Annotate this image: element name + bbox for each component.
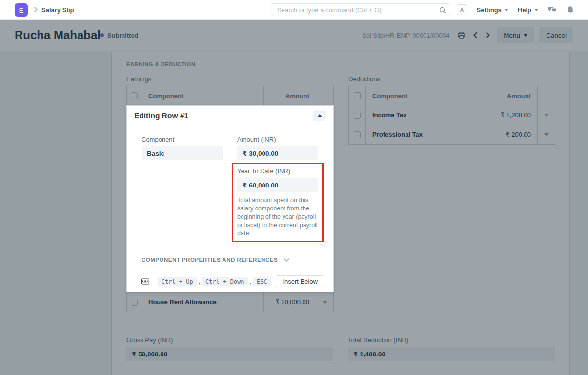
navbar-actions: A Settings Help [457, 0, 574, 20]
menu-button-label: Menu [504, 32, 520, 39]
row-expand-button[interactable] [538, 105, 555, 125]
form-card: EARNING & DEDUCTION Earnings Component A… [111, 52, 570, 375]
ytd-highlight-box: Year To Date (INR) ₹ 60,000.00 Total amo… [232, 163, 324, 242]
ytd-field-input[interactable]: ₹ 60,000.00 [237, 178, 318, 192]
component-field-label: Component [142, 136, 223, 143]
earnings-component-header: Component [142, 86, 264, 105]
earnings-table-header: Component Amount [126, 86, 334, 105]
row-checkbox[interactable] [131, 299, 138, 306]
row-expand-button[interactable] [316, 292, 333, 312]
deductions-label: Deductions [348, 75, 555, 83]
component-properties-label: COMPONENT PROPERTIES AND REFERENCES [142, 257, 278, 263]
chevron-down-icon [534, 9, 538, 11]
dialog-footer: – Ctrl + Up , Ctrl + Down , ESC Insert B… [127, 271, 333, 292]
dialog-header: Editing Row #1 [127, 106, 333, 125]
chevron-down-icon [284, 258, 290, 262]
menu-button[interactable]: Menu [497, 27, 534, 43]
caret-down-icon [544, 114, 549, 117]
shortcut-separator: , [250, 278, 251, 285]
deductions-component-header: Component [366, 86, 485, 105]
app-window: E Salary Slip A Settings Help [0, 0, 588, 375]
total-deduction-label: Total Deduction (INR) [348, 336, 555, 344]
previous-document-icon[interactable] [471, 32, 479, 39]
chevron-down-icon [505, 9, 508, 11]
print-icon[interactable] [456, 31, 466, 39]
amount-column: Amount (INR) ₹ 30,000.00 Year To Date (I… [237, 136, 318, 242]
navbar: E Salary Slip A Settings Help [0, 0, 588, 20]
dialog-title: Editing Row #1 [134, 111, 188, 120]
help-menu[interactable]: Help [518, 6, 538, 14]
table-row-income-tax[interactable]: Income Tax ₹ 1,200.00 [348, 105, 555, 125]
row-amount: ₹ 1,200.00 [485, 105, 538, 125]
section-title: EARNING & DEDUCTION [126, 62, 555, 67]
row-component-name: Income Tax [366, 105, 485, 125]
caret-down-icon [323, 301, 327, 304]
earnings-label: Earnings [126, 75, 334, 83]
component-field-input[interactable]: Basic [142, 146, 223, 160]
settings-menu[interactable]: Settings [477, 6, 508, 14]
caret-down-icon [544, 133, 549, 136]
deductions-amount-header: Amount [485, 86, 538, 105]
status-dot-icon [100, 33, 104, 37]
row-checkbox[interactable] [354, 131, 361, 138]
row-expand-button[interactable] [538, 125, 555, 144]
select-all-checkbox[interactable] [131, 92, 138, 99]
search-input[interactable] [271, 4, 451, 16]
row-component-name: Professional Tax [366, 125, 485, 144]
chevron-down-icon [524, 34, 527, 37]
breadcrumb-chevron-icon [33, 6, 39, 13]
help-label: Help [518, 6, 531, 14]
ytd-field-label: Year To Date (INR) [237, 167, 318, 175]
search-icon[interactable] [439, 6, 446, 14]
component-field: Component Basic [142, 136, 223, 242]
app-logo-letter: E [19, 6, 23, 14]
shortcut-esc: ESC [253, 277, 271, 286]
insert-below-button[interactable]: Insert Below [276, 275, 324, 288]
component-properties-section-toggle[interactable]: COMPONENT PROPERTIES AND REFERENCES [127, 249, 333, 271]
status-label: Submitted [107, 32, 139, 39]
total-deduction-field: Total Deduction (INR) ₹ 1,400.00 [348, 336, 555, 361]
earnings-amount-header: Amount [264, 86, 316, 105]
shortcut-ctrl-up: Ctrl + Up [158, 277, 197, 286]
row-checkbox[interactable] [354, 112, 361, 119]
amount-field-label: Amount (INR) [237, 136, 318, 143]
keyboard-shortcuts: – Ctrl + Up , Ctrl + Down , ESC [141, 277, 271, 286]
avatar[interactable]: A [457, 4, 467, 15]
breadcrumb[interactable]: Salary Slip [41, 0, 74, 20]
deductions-table-header: Component Amount [348, 86, 555, 105]
status-badge: Submitted [100, 32, 139, 39]
deductions-section: Deductions Component Amount Income Tax ₹… [348, 75, 555, 312]
totals-section: Gross Pay (INR) ₹ 50,000.00 Total Deduct… [112, 328, 569, 361]
row-amount: ₹ 20,000.00 [264, 292, 316, 312]
keyboard-icon [141, 278, 149, 285]
row-edit-dialog: Editing Row #1 Component Basic Amount (I… [126, 105, 334, 292]
row-amount: ₹ 200.00 [485, 125, 538, 144]
chat-icon[interactable] [547, 6, 557, 14]
settings-label: Settings [477, 6, 502, 14]
app-logo[interactable]: E [15, 3, 28, 17]
collapse-row-button[interactable] [313, 110, 326, 121]
ytd-field-description: Total amount spent on this salary compon… [237, 196, 318, 238]
triangle-up-icon [317, 114, 322, 117]
select-all-checkbox[interactable] [354, 92, 361, 99]
avatar-letter: A [460, 7, 464, 13]
page-header: Rucha Mahabal Submitted Sal Slip/HR-EMP-… [0, 20, 588, 51]
page-header-actions: Sal Slip/HR-EMP-00001/00004 Menu Cancel [362, 27, 573, 43]
earnings-section: Earnings Component Amount Editing Row #1 [126, 75, 334, 312]
row-component-name: House Rent Allowance [142, 292, 264, 312]
page-title: Rucha Mahabal [15, 28, 101, 42]
amount-field-input[interactable]: ₹ 30,000.00 [237, 146, 318, 160]
cancel-button-label: Cancel [546, 32, 567, 39]
shortcut-separator: , [199, 278, 200, 285]
shortcut-dash: – [153, 278, 156, 285]
next-document-icon[interactable] [484, 32, 492, 39]
notifications-bell-icon[interactable] [567, 6, 574, 14]
global-search [271, 3, 451, 16]
cancel-button[interactable]: Cancel [539, 27, 573, 43]
shortcut-ctrl-down: Ctrl + Down [202, 277, 247, 286]
table-row-house-rent-allowance[interactable]: House Rent Allowance ₹ 20,000.00 [126, 292, 334, 312]
table-row-professional-tax[interactable]: Professional Tax ₹ 200.00 [348, 125, 555, 145]
document-name: Sal Slip/HR-EMP-00001/00004 [362, 32, 449, 39]
gross-pay-field: Gross Pay (INR) ₹ 50,000.00 [126, 336, 333, 361]
total-deduction-value: ₹ 1,400.00 [348, 347, 555, 361]
